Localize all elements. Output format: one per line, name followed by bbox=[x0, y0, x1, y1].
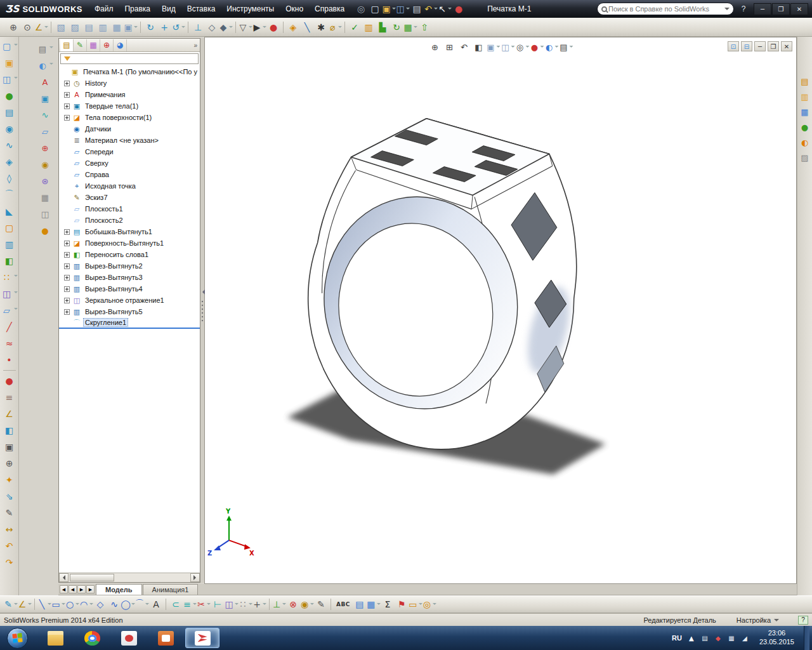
tree-item[interactable]: ≣ Материал <не указан> bbox=[59, 135, 200, 146]
tree-item[interactable]: ◪ Поверхность-Вытянуть1 bbox=[59, 237, 200, 249]
tree-item[interactable]: ◷ History bbox=[59, 77, 200, 89]
tree-item[interactable]: ▱ Справа bbox=[59, 169, 200, 180]
sketch-fillet-icon[interactable]: ⌒ bbox=[135, 597, 149, 611]
chrome-taskbar-button[interactable] bbox=[75, 628, 109, 648]
spline-icon[interactable]: ∿ bbox=[107, 597, 121, 611]
smart-dimension-tool-icon[interactable]: ↔ bbox=[1, 521, 18, 538]
menu-item[interactable]: Вид bbox=[156, 0, 181, 18]
back-view-icon[interactable]: ▨ bbox=[68, 20, 82, 34]
undo-icon[interactable]: ↶ bbox=[424, 2, 438, 16]
top-view-icon[interactable]: ▦ bbox=[110, 20, 124, 34]
view-settings-hud-icon[interactable]: ▤ bbox=[560, 40, 573, 54]
ellipse-icon[interactable]: ◯ bbox=[121, 597, 135, 611]
tree-item[interactable]: ◪ Тела поверхности(1) bbox=[59, 112, 200, 123]
search-input[interactable] bbox=[608, 5, 723, 13]
mass-properties-icon[interactable]: ▙ bbox=[376, 20, 390, 34]
rotate-view-icon[interactable]: ↻ bbox=[143, 20, 157, 34]
sketch-filter-icon[interactable]: ∿ bbox=[37, 107, 53, 123]
tree-item[interactable]: ◉ Датчики bbox=[59, 123, 200, 135]
tree-item[interactable]: ▱ Плоскость1 bbox=[59, 203, 200, 215]
tree-item[interactable]: ▥ Вырез-Вытянуть3 bbox=[59, 272, 200, 283]
custom-properties-icon[interactable]: ▨ bbox=[798, 150, 812, 165]
smart-dimension-icon[interactable]: ∠ bbox=[18, 597, 32, 611]
customize-menu[interactable]: Настройка bbox=[726, 616, 789, 624]
select-cursor-icon[interactable]: ↖ bbox=[438, 2, 452, 16]
display-state-icon[interactable]: ◫ bbox=[37, 206, 53, 222]
design-library-icon[interactable]: ▤ bbox=[798, 74, 812, 89]
export-icon[interactable]: ⇧ bbox=[417, 20, 431, 34]
tree-item[interactable]: ⌒ Скругление1 bbox=[59, 317, 200, 329]
edge-display-icon[interactable]: ╲ bbox=[300, 20, 314, 34]
close-button[interactable]: ✕ bbox=[790, 3, 808, 15]
panel-splitter[interactable] bbox=[200, 38, 204, 583]
polygon-icon[interactable]: ◇ bbox=[93, 597, 107, 611]
file-explorer-icon[interactable]: ▥ bbox=[798, 89, 812, 104]
open-document-icon[interactable]: ▣ bbox=[382, 2, 396, 16]
apply-scene-hud-icon[interactable]: ◐ bbox=[545, 40, 559, 54]
view-orientation-tool-icon[interactable]: ▣ bbox=[1, 439, 18, 455]
solidworks-resource-icon[interactable]: ◆ bbox=[713, 633, 723, 643]
extrude-boss-icon[interactable]: ▤ bbox=[1, 104, 18, 121]
maximize-button[interactable]: ❐ bbox=[772, 3, 790, 15]
tree-filter-input[interactable] bbox=[74, 55, 198, 63]
dimxpertmanager-tab-icon[interactable]: ⊕ bbox=[100, 39, 114, 51]
start-button[interactable] bbox=[0, 628, 34, 649]
reference-axis-icon[interactable]: ╱ bbox=[1, 319, 18, 335]
displaymanager-tab-icon[interactable]: ◕ bbox=[114, 39, 127, 51]
spell-check-icon[interactable]: ABC bbox=[334, 597, 353, 611]
configurations-icon[interactable]: ▦ bbox=[37, 189, 53, 206]
flag-icon[interactable]: ⚑ bbox=[395, 597, 409, 611]
render-sphere-icon[interactable]: ● bbox=[1, 88, 18, 104]
design-table-icon[interactable]: ▤ bbox=[353, 597, 367, 611]
expand-toggle[interactable] bbox=[64, 298, 70, 303]
menu-item[interactable]: Файл bbox=[89, 0, 119, 18]
zoom-fit-small-icon[interactable]: ⊙ bbox=[20, 20, 34, 34]
appearances-icon[interactable]: ● bbox=[798, 119, 812, 135]
treeview-options-icon[interactable]: ▤ bbox=[37, 41, 53, 57]
expand-toggle[interactable] bbox=[64, 103, 70, 109]
previous-view-hud-icon[interactable]: ↶ bbox=[457, 40, 471, 54]
reference-plane-icon[interactable]: ▱ bbox=[1, 302, 18, 319]
tree-item[interactable]: ▥ Вырез-Вытянуть2 bbox=[59, 260, 200, 272]
apply-scene-icon[interactable]: ✱ bbox=[314, 20, 328, 34]
line-icon[interactable]: ╲ bbox=[37, 597, 51, 611]
shell-tool-icon[interactable]: ▢ bbox=[1, 220, 18, 236]
show-desktop-button[interactable] bbox=[804, 626, 809, 650]
tree-item[interactable]: ◧ Переносить слова1 bbox=[59, 249, 200, 260]
lightweight-icon[interactable]: ● bbox=[37, 222, 53, 239]
mate-filter-icon[interactable]: ⊛ bbox=[37, 173, 53, 189]
expand-toggle[interactable] bbox=[64, 92, 70, 98]
body-filter-icon[interactable]: ▣ bbox=[37, 90, 53, 107]
view-orientation-hud-icon[interactable]: ▣ bbox=[487, 40, 501, 54]
expand-toggle[interactable] bbox=[64, 229, 70, 235]
zoom-window-icon[interactable]: ⊕ bbox=[6, 20, 20, 34]
configurationmanager-tab-icon[interactable]: ▦ bbox=[87, 39, 100, 51]
propertymanager-tab-icon[interactable]: ✎ bbox=[74, 39, 87, 51]
measure-icon[interactable]: ∠ bbox=[34, 20, 48, 34]
front-view-icon[interactable]: ▧ bbox=[54, 20, 68, 34]
origin-toggle-icon[interactable]: ⌀ bbox=[328, 20, 342, 34]
revolve-boss-icon[interactable]: ◉ bbox=[1, 121, 18, 137]
expand-toggle[interactable] bbox=[64, 252, 70, 258]
sheet-format-icon[interactable]: ▥ bbox=[362, 20, 376, 34]
menu-item[interactable]: Вставка bbox=[181, 0, 221, 18]
chamfer-tool-icon[interactable]: ◣ bbox=[1, 203, 18, 220]
instant3d-tool-icon[interactable]: ⇘ bbox=[1, 488, 18, 505]
rebuild-icon[interactable]: ● bbox=[452, 2, 466, 16]
circle-icon[interactable]: ○ bbox=[65, 597, 79, 611]
extend-entities-icon[interactable]: ⊢ bbox=[211, 597, 225, 611]
shaded-icon[interactable]: ◆ bbox=[219, 20, 233, 34]
tree-root-item[interactable]: ▣ Печатка М-1 (По умолчанию<<По у bbox=[59, 66, 200, 77]
options-table-icon[interactable]: ▦ bbox=[403, 20, 417, 34]
graphics-viewport[interactable]: ⊕⊞↶◧▣◫◎●◐▤ ⊡⊟─❐✕ bbox=[204, 37, 797, 584]
rapid-sketch-icon[interactable]: ✎ bbox=[314, 597, 328, 611]
menu-item[interactable]: Правка bbox=[119, 0, 156, 18]
lofted-boss-icon[interactable]: ◈ bbox=[1, 154, 18, 170]
tree-item[interactable]: ⌖ Исходная точка bbox=[59, 180, 200, 192]
save-icon[interactable]: ◫ bbox=[396, 2, 410, 16]
display-tray-icon[interactable]: ▦ bbox=[726, 633, 737, 643]
mirror-tool-icon[interactable]: ◫ bbox=[1, 286, 18, 302]
solidworks-taskbar-button[interactable] bbox=[185, 628, 219, 648]
taskbar-clock[interactable]: 23:06 23.05.2015 bbox=[754, 629, 799, 647]
tree-item[interactable]: ✎ Эскиз7 bbox=[59, 192, 200, 203]
